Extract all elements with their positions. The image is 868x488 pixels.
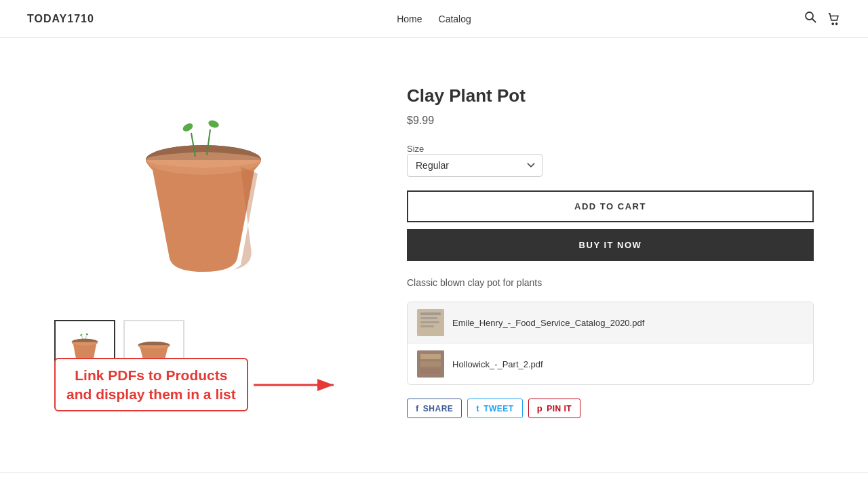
svg-rect-23: [420, 321, 439, 323]
share-facebook-button[interactable]: f SHARE: [407, 399, 462, 418]
product-image-section: Link PDFs to Products and display them i…: [54, 79, 353, 418]
svg-rect-26: [420, 354, 441, 359]
annotation-line2: and display them in a list: [66, 385, 236, 403]
pdf-list: Emile_Henry_-_Food_Service_Catalog_2020.…: [407, 302, 814, 385]
annotation-box: Link PDFs to Products and display them i…: [54, 358, 248, 411]
svg-rect-24: [420, 325, 434, 327]
social-share: f SHARE t TWEET p PIN IT: [407, 399, 814, 418]
svg-point-3: [836, 23, 837, 24]
main-nav: Home Catalog: [397, 14, 471, 24]
product-price: $9.99: [407, 115, 814, 127]
svg-point-11: [72, 339, 98, 346]
size-select[interactable]: Regular Small Large: [407, 154, 542, 177]
svg-point-0: [806, 12, 813, 20]
svg-point-9: [208, 119, 220, 129]
svg-point-15: [85, 333, 88, 335]
product-details-section: Clay Plant Pot $9.99 Size Regular Small …: [407, 79, 814, 418]
pdf-thumbnail-2: [417, 350, 444, 378]
share-twitter-label: TWEET: [484, 404, 514, 413]
annotation-overlay: Link PDFs to Products and display them i…: [54, 358, 342, 411]
add-to-cart-button[interactable]: ADD TO CART: [407, 190, 814, 222]
nav-catalog[interactable]: Catalog: [439, 14, 471, 24]
twitter-icon: t: [476, 403, 479, 413]
search-icon[interactable]: [804, 11, 816, 26]
pdf-item-2[interactable]: Hollowick_-_Part_2.pdf: [408, 344, 813, 384]
share-twitter-button[interactable]: t TWEET: [467, 399, 522, 418]
svg-point-13: [80, 333, 83, 336]
svg-rect-21: [420, 312, 441, 315]
svg-rect-27: [420, 361, 441, 367]
pdf-thumbnail-1: [417, 309, 444, 336]
svg-point-17: [138, 342, 170, 348]
share-facebook-label: SHARE: [423, 404, 454, 413]
svg-point-2: [832, 23, 833, 24]
share-pinterest-button[interactable]: p PIN IT: [528, 399, 580, 418]
product-description: Classic blown clay pot for plants: [407, 277, 814, 288]
product-title: Clay Plant Pot: [407, 85, 814, 106]
pdf-item-1[interactable]: Emile_Henry_-_Food_Service_Catalog_2020.…: [408, 302, 813, 344]
footer: [0, 472, 868, 488]
pdf-name-2: Hollowick_-_Part_2.pdf: [452, 359, 543, 369]
svg-line-1: [812, 19, 816, 23]
facebook-icon: f: [416, 403, 419, 413]
header: TODAY1710 Home Catalog: [0, 0, 868, 38]
annotation-line1: Link PDFs to Products: [66, 366, 236, 384]
share-pinterest-label: PIN IT: [547, 404, 572, 413]
svg-rect-22: [420, 317, 437, 319]
buy-now-button[interactable]: BUY IT NOW: [407, 229, 814, 261]
pdf-name-1: Emile_Henry_-_Food_Service_Catalog_2020.…: [452, 318, 644, 328]
main-product-image: [54, 79, 353, 309]
svg-point-7: [182, 122, 195, 134]
svg-rect-28: [420, 369, 441, 374]
pinterest-icon: p: [537, 403, 542, 413]
main-content: Link PDFs to Products and display them i…: [27, 38, 841, 459]
nav-home[interactable]: Home: [397, 14, 422, 24]
header-icons: [804, 11, 841, 26]
site-logo: TODAY1710: [27, 13, 94, 25]
cart-icon[interactable]: [827, 12, 841, 26]
size-label: Size: [407, 144, 424, 154]
